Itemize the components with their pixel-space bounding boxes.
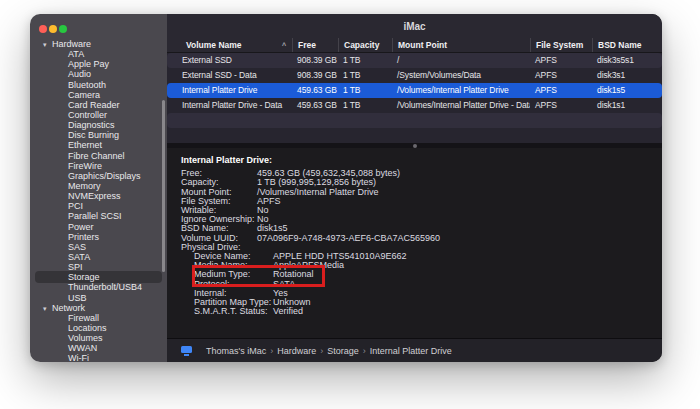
sidebar-item-label: Ethernet — [68, 140, 102, 150]
cell-volume-name: External SSD - Data — [167, 68, 292, 83]
cell-mount-point — [392, 128, 530, 143]
cell-file-system: APFS — [530, 53, 592, 68]
breadcrumb-separator: › — [266, 346, 277, 356]
cell-mount-point: /Volumes/Internal Platter Drive — [392, 83, 530, 98]
minimize-button[interactable] — [49, 25, 57, 33]
sidebar-item[interactable]: ▾Diagnostics — [30, 120, 167, 130]
table-row[interactable] — [167, 128, 662, 143]
sidebar-item-label: Graphics/Displays — [68, 171, 141, 181]
sidebar-item[interactable]: ▾Hardware — [30, 39, 167, 49]
sidebar-item[interactable]: ▾Parallel SCSI — [30, 211, 167, 221]
sidebar-item[interactable]: ▾Memory — [30, 181, 167, 191]
sidebar-item[interactable]: ▾FireWire — [30, 161, 167, 171]
table-row[interactable]: Internal Platter Drive 459.63 GB 1 TB /V… — [167, 83, 662, 98]
cell-volume-name — [167, 128, 292, 143]
sidebar-item-label: Wi-Fi — [68, 353, 89, 362]
sidebar-item-label: Diagnostics — [68, 120, 115, 130]
cell-bsd-name: disk3s5s1 — [592, 53, 655, 68]
cell-file-system: APFS — [530, 68, 592, 83]
detail-line: Capacity:1 TB (999,995,129,856 bytes) — [181, 178, 648, 187]
breadcrumb-item[interactable]: Storage — [327, 346, 359, 356]
sidebar-item[interactable]: ▾NVMExpress — [30, 191, 167, 201]
sidebar-item-label: Thunderbolt/USB4 — [68, 282, 142, 292]
column-header-free[interactable]: Free — [292, 38, 338, 52]
sidebar-item[interactable]: ▾Graphics/Displays — [30, 171, 167, 181]
table-row[interactable] — [167, 113, 662, 128]
cell-capacity — [338, 113, 392, 128]
sidebar-item[interactable]: ▾WWAN — [30, 343, 167, 353]
window-controls — [39, 25, 67, 33]
breadcrumb-item[interactable]: Hardware — [277, 346, 316, 356]
sidebar-scrollbar[interactable] — [162, 100, 165, 272]
column-header-mount-point[interactable]: Mount Point — [392, 38, 530, 52]
sidebar-item-label: Audio — [68, 69, 91, 79]
column-header-file-system[interactable]: File System — [530, 38, 592, 52]
cell-free: 908.39 GB — [292, 53, 338, 68]
sidebar-item[interactable]: ▾Camera — [30, 90, 167, 100]
sidebar-item[interactable]: ▾Card Reader — [30, 100, 167, 110]
sidebar-item-label: WWAN — [68, 343, 97, 353]
sidebar-item-label: PCI — [68, 201, 83, 211]
sidebar-item[interactable]: ▾SAS — [30, 242, 167, 252]
cell-free: 459.63 GB — [292, 98, 338, 113]
cell-free — [292, 113, 338, 128]
cell-capacity: 1 TB — [338, 83, 392, 98]
sidebar-item-label: Apple Pay — [68, 59, 109, 69]
sidebar-item[interactable]: ▾Printers — [30, 232, 167, 242]
table-row[interactable]: External SSD - Data 908.39 GB 1 TB /Syst… — [167, 68, 662, 83]
cell-free: 459.63 GB — [292, 83, 338, 98]
detail-line: Mount Point:/Volumes/Internal Platter Dr… — [181, 188, 648, 197]
sidebar-item-label: Printers — [68, 232, 99, 242]
detail-line: Free:459.63 GB (459,632,345,088 bytes) — [181, 169, 648, 178]
column-header-capacity[interactable]: Capacity — [338, 38, 392, 52]
sidebar-item[interactable]: ▾Wi-Fi — [30, 353, 167, 362]
sidebar-item[interactable]: ▾Thunderbolt/USB4 — [30, 282, 167, 292]
computer-icon — [181, 346, 192, 356]
sidebar-item[interactable]: ▾Audio — [30, 69, 167, 79]
sidebar-item[interactable]: ▾Firewall — [30, 313, 167, 323]
sidebar-item-label: Disc Burning — [68, 130, 119, 140]
annotation-red-box — [192, 265, 325, 287]
detail-label: S.M.A.R.T. Status: — [194, 307, 273, 316]
cell-mount-point: / — [392, 53, 530, 68]
sidebar-item[interactable]: ▾Apple Pay — [30, 59, 167, 69]
sidebar-item[interactable]: ▾Bluetooth — [30, 80, 167, 90]
column-header-volume-name[interactable]: Volume Name ^ — [167, 38, 292, 52]
sidebar-item-label: FireWire — [68, 161, 102, 171]
sidebar-item[interactable]: ▾Controller — [30, 110, 167, 120]
sidebar-item[interactable]: ▾Fibre Channel — [30, 151, 167, 161]
sidebar-item[interactable]: ▾USB — [30, 293, 167, 303]
sidebar-item[interactable]: ▾SATA — [30, 252, 167, 262]
table-row[interactable]: Internal Platter Drive - Data 459.63 GB … — [167, 98, 662, 113]
content-pane: iMac Volume Name ^ Free Capacity Mount P… — [167, 14, 662, 362]
window-title: iMac — [403, 21, 425, 32]
sidebar-item[interactable]: ▾Ethernet — [30, 140, 167, 150]
cell-capacity — [338, 128, 392, 143]
sidebar-item[interactable]: ▾Power — [30, 222, 167, 232]
sidebar-item[interactable]: ▾Network — [30, 303, 167, 313]
sidebar-item-label: ATA — [68, 49, 84, 59]
sidebar-item[interactable]: ▾Locations — [30, 323, 167, 333]
cell-mount-point: /Volumes/Internal Platter Drive - Data — [392, 98, 530, 113]
sidebar-item[interactable]: ▾ATA — [30, 49, 167, 59]
cell-bsd-name: disk3s1 — [592, 68, 655, 83]
cell-volume-name: External SSD — [167, 53, 292, 68]
close-button[interactable] — [39, 25, 47, 33]
table-row[interactable]: External SSD 908.39 GB 1 TB / APFS disk3… — [167, 53, 662, 68]
sidebar-nav: ▾Hardware ▾ATA ▾Apple Pay ▾Audio ▾Blueto… — [30, 39, 167, 362]
breadcrumb-item[interactable]: Thomas's iMac — [206, 346, 266, 356]
sidebar-item[interactable]: ▾Disc Burning — [30, 130, 167, 140]
detail-line: S.M.A.R.T. Status:Verified — [181, 307, 648, 316]
column-header-bsd-name[interactable]: BSD Name — [592, 38, 655, 52]
detail-pane: Internal Platter Drive: Free:459.63 GB (… — [167, 148, 662, 338]
cell-volume-name: Internal Platter Drive - Data — [167, 98, 292, 113]
sidebar-item[interactable]: ▾PCI — [30, 201, 167, 211]
zoom-button[interactable] — [59, 25, 67, 33]
sidebar-item-label: Memory — [68, 181, 101, 191]
sidebar-item[interactable]: ▾Storage — [30, 272, 167, 282]
detail-lines: Free:459.63 GB (459,632,345,088 bytes) C… — [181, 169, 648, 316]
cell-volume-name: Internal Platter Drive — [167, 83, 292, 98]
breadcrumb-separator: › — [359, 346, 370, 356]
breadcrumb-item[interactable]: Internal Platter Drive — [370, 346, 452, 356]
sidebar-item[interactable]: ▾Volumes — [30, 333, 167, 343]
